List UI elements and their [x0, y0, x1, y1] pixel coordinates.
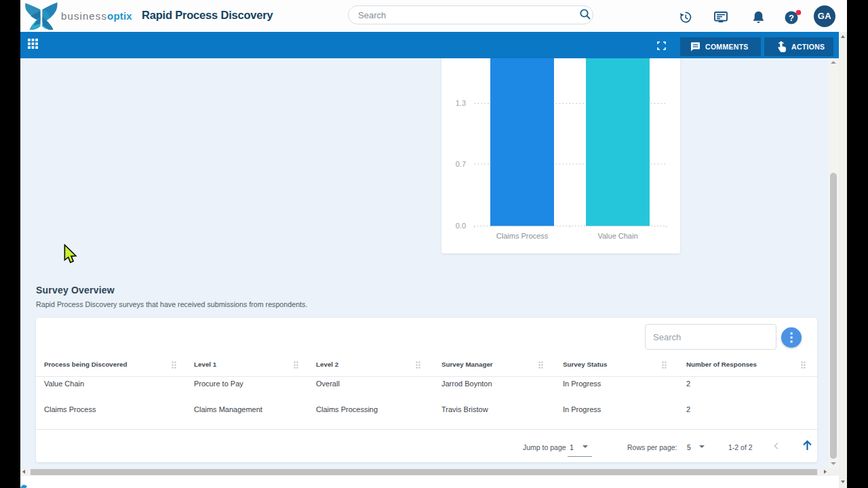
- svg-text:Value Chain: Value Chain: [597, 232, 637, 240]
- svg-text:0.7: 0.7: [456, 160, 466, 168]
- svg-text:0.0: 0.0: [456, 222, 466, 230]
- svg-text:1.3: 1.3: [456, 99, 466, 107]
- svg-text:?: ?: [789, 13, 794, 23]
- svg-text:Claims Process: Claims Process: [496, 232, 549, 240]
